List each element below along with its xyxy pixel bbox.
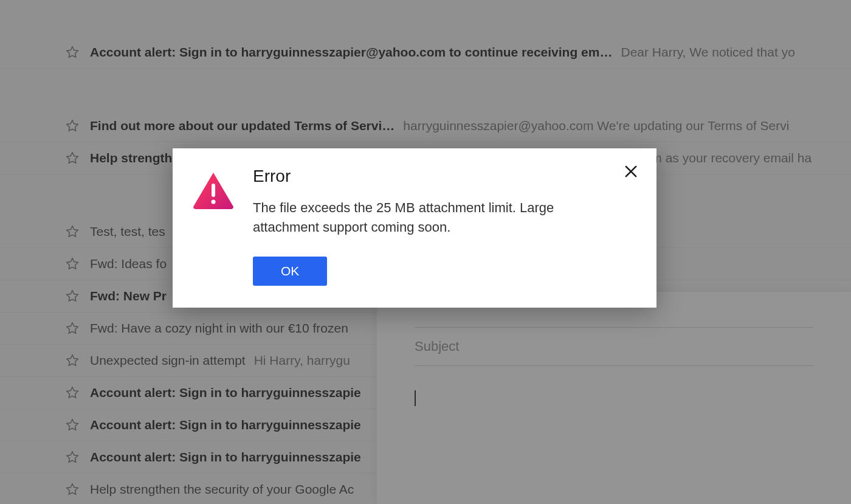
modal-title: Error bbox=[253, 167, 636, 186]
modal-message: The file exceeds the 25 MB attachment li… bbox=[253, 198, 593, 237]
svg-rect-14 bbox=[212, 184, 215, 197]
error-modal: Error The file exceeds the 25 MB attachm… bbox=[173, 148, 656, 308]
svg-point-15 bbox=[212, 200, 216, 204]
ok-button[interactable]: OK bbox=[253, 257, 327, 286]
warning-triangle-icon bbox=[192, 171, 235, 209]
close-icon[interactable] bbox=[622, 163, 639, 180]
